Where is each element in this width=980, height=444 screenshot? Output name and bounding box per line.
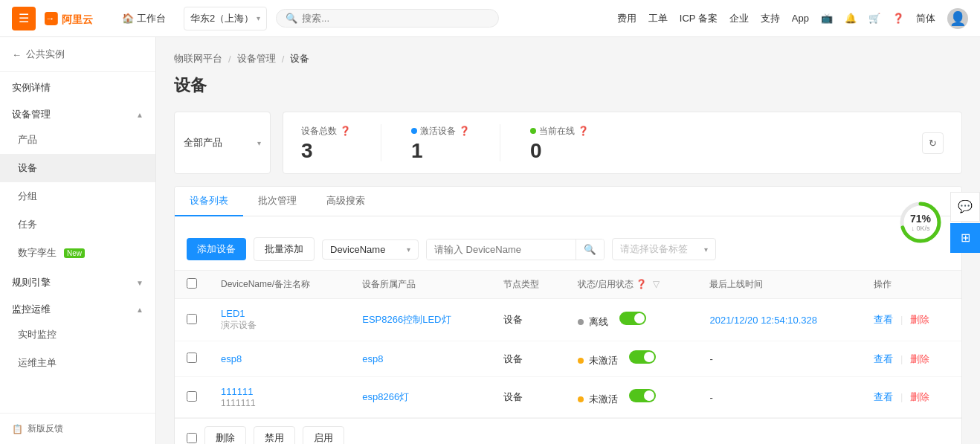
stat-total-label: 设备总数 xyxy=(301,125,337,138)
row-checkbox-1[interactable] xyxy=(187,353,197,363)
batch-add-btn[interactable]: 批量添加 xyxy=(254,237,315,261)
device-mgmt-label: 设备管理 xyxy=(12,108,51,121)
action-divider-0: | xyxy=(900,314,903,325)
search-icon: 🔍 xyxy=(286,13,297,24)
product-link-2[interactable]: esp8266灯 xyxy=(362,390,479,404)
nav-fee[interactable]: 费用 xyxy=(617,12,636,25)
stat-active-help[interactable]: ❓ xyxy=(459,126,470,136)
sidebar-group-device-mgmt[interactable]: 设备管理 ▲ xyxy=(0,99,155,126)
sidebar-item-realtime-monitor[interactable]: 实时监控 xyxy=(0,321,155,349)
svg-text:阿里云: 阿里云 xyxy=(62,13,93,25)
nav-app[interactable]: App xyxy=(792,13,809,24)
bottom-select-all[interactable] xyxy=(187,433,197,443)
stat-online-help[interactable]: ❓ xyxy=(578,126,589,136)
device-name-filter[interactable]: DeviceName ▾ xyxy=(322,239,419,260)
task-label: 任务 xyxy=(18,218,37,231)
stat-total-value: 3 xyxy=(301,141,351,161)
device-search-btn[interactable]: 🔍 xyxy=(576,239,604,260)
grid-float-btn[interactable]: ⊞ xyxy=(950,223,980,253)
tab-advanced-search[interactable]: 高级搜索 xyxy=(312,187,380,216)
th-device-name: DeviceName/备注名称 xyxy=(209,271,350,299)
tab-batch-mgmt[interactable]: 批次管理 xyxy=(243,187,312,216)
region-selector[interactable]: 华东2（上海） ▾ xyxy=(184,7,267,30)
view-link-1[interactable]: 查看 xyxy=(874,353,893,364)
view-link-2[interactable]: 查看 xyxy=(874,391,893,402)
feedback-btn[interactable]: 📋 新版反馈 xyxy=(0,413,155,444)
view-link-0[interactable]: 查看 xyxy=(874,314,893,325)
global-search[interactable]: 🔍 xyxy=(276,9,499,28)
progress-percent: 71% xyxy=(910,213,931,225)
nav-support[interactable]: 支持 xyxy=(761,12,780,25)
toggle-2[interactable] xyxy=(629,389,656,402)
device-tag-select[interactable]: 请选择设备标签 ▾ xyxy=(612,238,716,260)
product-filter-select[interactable]: 全部产品 ▾ xyxy=(174,112,271,174)
lang-switcher[interactable]: 简体 xyxy=(916,12,935,25)
sidebar-group-monitor[interactable]: 监控运维 ▲ xyxy=(0,294,155,321)
delete-link-0[interactable]: 删除 xyxy=(910,314,929,325)
toggle-1[interactable] xyxy=(629,350,656,364)
bottom-action-bar: 删除 禁用 启用 xyxy=(175,418,961,444)
device-name-link-0[interactable]: LED1 xyxy=(221,308,338,319)
sidebar-item-product[interactable]: 产品 xyxy=(0,126,155,154)
chevron-down-icon-rules: ▼ xyxy=(136,279,144,287)
stat-online-label: 当前在线 xyxy=(539,125,575,138)
device-name-link-2[interactable]: 111111 xyxy=(221,386,338,397)
status-help-icon[interactable]: ❓ xyxy=(636,279,647,289)
hamburger-menu[interactable]: ☰ xyxy=(12,7,36,30)
row-checkbox-0[interactable] xyxy=(187,314,197,324)
row-checkbox-2[interactable] xyxy=(187,391,197,402)
device-search-input[interactable] xyxy=(427,239,576,260)
add-device-btn[interactable]: 添加设备 xyxy=(187,238,246,260)
product-link-1[interactable]: esp8 xyxy=(362,353,479,364)
status-filter-icon[interactable]: ▽ xyxy=(653,279,660,289)
cart-icon[interactable]: 🛒 xyxy=(868,13,880,24)
table-header-row: DeviceName/备注名称 设备所属产品 节点类型 状态/启用状态 ❓ ▽ xyxy=(175,271,961,299)
sidebar-item-task[interactable]: 任务 xyxy=(0,210,155,239)
bulk-delete-btn[interactable]: 删除 xyxy=(204,426,246,444)
sidebar-group-rules[interactable]: 规则引擎 ▼ xyxy=(0,267,155,294)
feedback-label: 新版反馈 xyxy=(28,422,63,435)
device-table: DeviceName/备注名称 设备所属产品 节点类型 状态/启用状态 ❓ ▽ xyxy=(175,271,961,418)
sidebar-item-digital-twin[interactable]: 数字孪生 New xyxy=(0,239,155,267)
monitor-icon[interactable]: 📺 xyxy=(821,13,833,24)
breadcrumb-iot[interactable]: 物联网平台 xyxy=(174,52,222,65)
product-link-0[interactable]: ESP8266控制LED灯 xyxy=(362,313,479,326)
breadcrumb-device-mgmt[interactable]: 设备管理 xyxy=(237,52,276,65)
stat-active-label: 激活设备 xyxy=(420,125,456,138)
chat-float-btn[interactable]: 💬 xyxy=(950,192,980,222)
workbench-nav[interactable]: 🏠 工作台 xyxy=(113,7,175,30)
bell-icon[interactable]: 🔔 xyxy=(845,13,857,24)
sidebar-item-ops-ticket[interactable]: 运维主单 xyxy=(0,349,155,377)
nav-enterprise[interactable]: 企业 xyxy=(729,12,749,25)
th-status: 状态/启用状态 ❓ ▽ xyxy=(566,271,698,299)
sidebar-back-btn[interactable]: ← 公共实例 xyxy=(0,37,155,72)
filter-arrow: ▾ xyxy=(407,245,410,254)
tag-select-label: 请选择设备标签 xyxy=(620,242,688,256)
row-actions-2: 查看 | 删除 xyxy=(862,377,961,418)
progress-speed: ↓ 0K/s xyxy=(910,225,931,232)
delete-link-1[interactable]: 删除 xyxy=(910,353,929,364)
bulk-enable-btn[interactable]: 启用 xyxy=(303,426,344,444)
help-icon[interactable]: ❓ xyxy=(892,13,904,24)
chevron-up-icon-monitor: ▲ xyxy=(136,306,144,314)
select-all-checkbox[interactable] xyxy=(187,278,197,289)
search-input[interactable] xyxy=(302,13,489,24)
tab-device-list[interactable]: 设备列表 xyxy=(175,187,243,216)
user-avatar[interactable]: 👤 xyxy=(947,8,968,29)
nav-ticket[interactable]: 工单 xyxy=(648,12,668,25)
logo[interactable]: → 阿里云 xyxy=(45,9,104,28)
bulk-disable-btn[interactable]: 禁用 xyxy=(254,426,295,444)
row-device-name-2: 111111 1111111 xyxy=(209,377,350,418)
nav-icp[interactable]: ICP 备案 xyxy=(680,12,718,25)
region-label: 华东2（上海） xyxy=(190,12,254,25)
refresh-button[interactable]: ↻ xyxy=(922,132,944,154)
sidebar-group-instance-detail[interactable]: 实例详情 xyxy=(0,72,155,99)
delete-link-2[interactable]: 删除 xyxy=(910,391,929,402)
sidebar-item-device[interactable]: 设备 xyxy=(0,154,155,182)
main-layout: ← 公共实例 实例详情 设备管理 ▲ 产品 设备 分组 任务 数字孪生 New … xyxy=(0,37,980,444)
stat-total-help[interactable]: ❓ xyxy=(340,126,351,136)
sidebar-item-group[interactable]: 分组 xyxy=(0,182,155,210)
new-badge: New xyxy=(64,248,85,258)
toggle-0[interactable] xyxy=(619,312,646,325)
device-name-link-1[interactable]: esp8 xyxy=(221,353,338,364)
